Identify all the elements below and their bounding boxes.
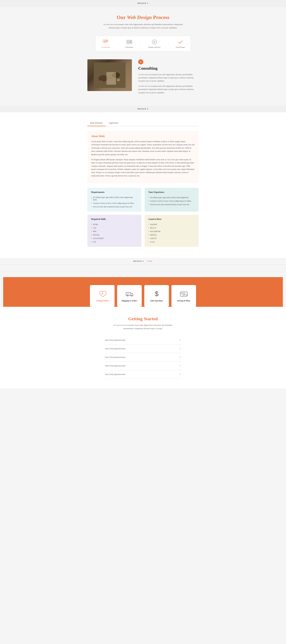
consultation-icon [102,39,109,45]
faq-question-4: Your FAQ Question here. [105,364,126,367]
about-para2: Eu feugiat pretium nibh ipsum consequat.… [91,158,195,177]
design3-section: Getting Started Shipping & Orders [0,264,286,307]
req-item-2: Aenean et tortor at risus viverra adipis… [91,202,137,205]
sales-label: Sales Questions [150,300,163,302]
process-step-consultation[interactable]: Consultation [101,39,110,48]
faq-section: Getting Started At vero eos et accusamus… [0,307,286,388]
faq-item-2[interactable]: Your FAQ Question here. + [105,344,181,353]
consulting-content: 1 Consulting At vero eos et accusamus iu… [138,59,199,96]
design1-section: Our Web Design Process At vero eos et ac… [0,6,286,106]
gth-backbone: BACKBONE [149,230,195,233]
svg-rect-5 [130,41,131,42]
gth-sass: SASS [149,240,195,244]
support-card-pricing[interactable]: $ Pricing & Plans [172,285,196,307]
faq-plus-3: + [180,356,181,359]
about-title: About Molti [91,135,195,138]
faq-item-5[interactable]: Your FAQ Question here. + [105,370,181,379]
design1-heading: Our Web Design Process [3,14,283,20]
process-bar: Consultation → Wireframe → D [95,36,191,52]
arrow2: → [139,42,142,45]
design1-label: DESIGN 1 [0,0,286,6]
skill-php: PHP [91,230,137,233]
good-to-have-card: Good to Have JQUERY REACT BACKBONE REDUX… [145,215,199,247]
arrow3: → [167,42,169,45]
exp-item-3: Sed arcu non odio euismod lacinia at qui… [149,203,195,206]
consultation-label: Consultation [101,46,110,48]
faq-item-4[interactable]: Your FAQ Question here. + [105,362,181,370]
consulting-para2: At vero eos et accusamus iusto odio dign… [138,84,199,94]
faq-title: Getting Started [3,316,283,321]
tab-role-overview[interactable]: Role Overview [87,120,106,126]
pricing-label: Pricing & Plans [177,300,190,302]
final-design-label: Final Design [176,46,185,48]
experience-card: Your Experience Est ullamcorper eget nul… [145,188,199,212]
process-step-final-design[interactable]: Final Design [176,39,185,48]
shipping-icon [125,290,134,298]
required-skills-title: Required Skills [91,218,137,220]
pricing-icon: $ [179,290,188,298]
getting-started-icon [98,290,107,298]
skill-html: HTML [91,223,137,226]
faq-list: Your FAQ Question here. + Your FAQ Quest… [105,336,181,379]
about-para1: Lorem ipsum dolor sit amet, consectetur … [91,140,195,156]
svg-text:D: D [154,41,155,43]
step-badge: 1 [138,59,143,64]
faq-plus-1: + [180,338,181,342]
good-to-have-title: Good to Have [149,218,195,220]
tab-application[interactable]: Application [106,120,121,126]
shipping-label: Shipping & Orders [121,300,137,302]
design-divi-label: Design with Divi [149,46,161,48]
required-skills-list: HTML CSS PHP MYSQL JAVASCRIPT GIT [91,223,137,244]
faq-subtitle: At vero eos et accusamus iusto odio dign… [113,324,173,330]
orange-banner: Getting Started Shipping & Orders [3,277,283,307]
support-card-sales[interactable]: $ Sales Questions [144,285,169,307]
svg-rect-0 [103,40,106,42]
process-step-design-divi[interactable]: D Design with Divi [149,39,161,48]
svg-point-27 [186,294,187,296]
svg-text:$: $ [183,293,184,295]
about-card: About Molti Lorem ipsum dolor sit amet, … [87,131,199,183]
svg-point-26 [181,293,182,294]
wireframe-label: Wireframe [125,46,133,48]
faq-question-3: Your FAQ Question here. [105,356,126,358]
process-step-wireframe[interactable]: Wireframe [125,39,133,48]
design2-label: DESIGN 2 [0,106,286,112]
gth-react: REACT [149,226,195,230]
skill-git: GIT [91,240,137,244]
faq-plus-4: + [180,364,181,368]
consulting-image [87,59,132,91]
skill-css: CSS [91,226,137,230]
svg-text:$: $ [155,290,159,298]
experience-title: Your Experience [149,191,195,194]
consulting-title: Consulting [138,66,199,71]
wireframe-icon [126,39,132,45]
consulting-block: 1 Consulting At vero eos et accusamus iu… [87,59,199,96]
requirements-title: Requirements [91,191,137,194]
experience-list: Est ullamcorper eget nulla facilisi etia… [149,196,195,206]
support-card-shipping[interactable]: Shipping & Orders [117,285,142,307]
getting-started-label: Getting Started [96,300,109,302]
svg-rect-7 [127,42,131,43]
design2-section: Role Overview Application About Molti Lo… [0,112,286,258]
svg-rect-6 [130,42,131,42]
skill-mysql: MYSQL [91,233,137,237]
gth-jquery: JQUERY [149,223,195,226]
required-skills-card: Required Skills HTML CSS PHP MYSQL JAVAS… [87,215,141,247]
faq-question-5: Your FAQ Question here. [105,373,126,376]
req-item-3: Sed arcu non odio euismod lacinia at qui… [91,205,137,208]
svg-rect-19 [126,292,131,296]
faq-item-3[interactable]: Your FAQ Question here. + [105,353,181,362]
faq-plus-2: + [180,347,181,350]
good-to-have-list: JQUERY REACT BACKBONE REDUX GRUNT SASS [149,223,195,244]
svg-point-17 [117,79,120,81]
svg-rect-4 [127,41,129,42]
faq-item-1[interactable]: Your FAQ Question here. + [105,336,181,344]
gth-redux: REDUX [149,233,195,237]
exp-item-1: Est ullamcorper eget nulla facilisi etia… [149,196,195,199]
requirements-list: Est ullamcorper eget nulla facilisis eti… [91,196,137,208]
support-card-getting-started[interactable]: Getting Started [90,285,114,307]
exp-item-2: Aenean et tortor at risus viverra adipis… [149,199,195,203]
arrow1: → [117,42,119,45]
req-item-1: Est ullamcorper eget nulla facilisis eti… [91,196,137,202]
consulting-image-inner [87,59,132,91]
